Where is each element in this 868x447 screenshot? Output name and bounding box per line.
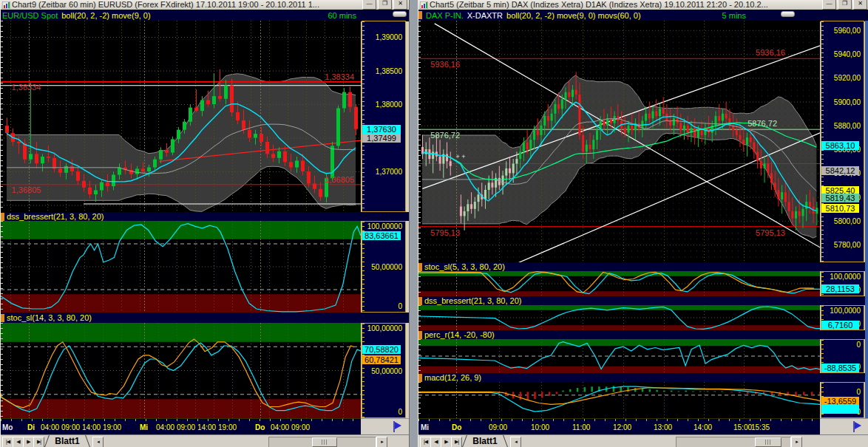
horizontal-scrollbar[interactable]: [268, 437, 376, 447]
panel-label: dss_bressert(21, 3, 80, 20): [424, 296, 521, 305]
header-scroll-thumb[interactable]: [781, 11, 795, 17]
value-box: 5863,10: [821, 141, 859, 150]
scale-label: 100,00000: [367, 324, 402, 332]
value-box: 5842,12: [821, 166, 859, 175]
time-label: 12:00: [613, 423, 631, 431]
nav-last-button[interactable]: ▶|: [33, 437, 44, 447]
time-label: 15:00: [733, 423, 752, 431]
axis-corner: [361, 418, 409, 435]
time-label: 19:00: [103, 423, 121, 431]
left-tick-ruler: [1, 21, 3, 212]
restore-button[interactable]: ❐: [378, 0, 392, 10]
scale-label: 5780,00: [834, 241, 861, 249]
left-tick-ruler: [1, 323, 3, 418]
value-box: 60,78421: [362, 355, 401, 364]
time-label: Do: [452, 423, 461, 431]
axis-corner: [820, 418, 868, 435]
time-ticks: [1, 419, 361, 421]
header-scroll-thumb[interactable]: [393, 11, 407, 17]
restore-button[interactable]: ❐: [838, 0, 852, 10]
price-scale[interactable]: 100,0000050,000000: [362, 323, 406, 418]
sheet-tab-label: Blatt1: [47, 435, 88, 447]
indicator-panel[interactable]: [1, 221, 361, 313]
price-line-label: 5795,13: [756, 228, 785, 237]
left-window: Chart9 (Zeitbar 60 min) EURUSD (Forex FX…: [0, 0, 410, 447]
time-label: 09:00: [489, 423, 507, 431]
blue-pennant-icon[interactable]: [851, 420, 863, 434]
left-tick-ruler: [1, 221, 3, 313]
scale-label: 5940,00: [834, 50, 861, 58]
indicator-panel[interactable]: [418, 382, 820, 418]
scale-ticks: [362, 21, 365, 211]
sheet-tab-blatt1[interactable]: Blatt1: [464, 435, 506, 447]
time-ticks: [418, 419, 820, 421]
sheet-tab-blatt1[interactable]: Blatt1: [47, 435, 88, 447]
scale-label: 0: [398, 408, 402, 416]
window-titlebar[interactable]: Chart9 (Zeitbar 60 min) EURUSD (Forex FX…: [1, 0, 409, 10]
series-color-swatch: [418, 374, 422, 382]
scale-label: 0: [856, 341, 861, 349]
window-title: Chart9 (Zeitbar 60 min) EURUSD (Forex FX…: [1, 0, 362, 10]
nav-prev-button[interactable]: ◀: [430, 437, 441, 447]
scale-label: 1,37000: [376, 168, 402, 176]
indicator-panel[interactable]: [418, 271, 820, 296]
scale-label: 0: [398, 302, 402, 310]
scrollbar-thumb[interactable]: [312, 437, 337, 447]
time-axis[interactable]: MiDo09:0010:0011:0012:0013:0014:0015:001…: [418, 418, 820, 435]
panel-header: stoc_sl(5, 3, 3, 80, 20): [418, 262, 868, 271]
nav-next-button[interactable]: ▶: [441, 437, 452, 447]
indicator-params-label: boll(20, 2, -2) move(9, 0) movs(60, 0): [506, 11, 641, 20]
thumb-grip: [322, 440, 327, 445]
nav-prev-button[interactable]: ◀: [13, 437, 24, 447]
tab-scroll-left-button[interactable]: ◂: [92, 437, 104, 447]
panel-header: dss_bressert(21, 3, 80, 20): [418, 296, 868, 305]
panel-label: macd(12, 26, 9): [424, 373, 481, 382]
value-box: [821, 405, 859, 414]
timeframe-label: 5 mins: [722, 11, 746, 20]
window-titlebar[interactable]: Chart5 (Zeitbar 5 min) DAX (Indizes Xetr…: [418, 0, 868, 10]
price-line-label: 5936,16: [756, 48, 785, 57]
panel-header: macd(12, 26, 9): [418, 373, 868, 382]
scroll-right-button[interactable]: ▸: [376, 437, 387, 447]
panel-header: perc_r(14, -20, -80): [418, 330, 868, 339]
price-scale[interactable]: 1,390001,385001,380001,37000: [362, 21, 406, 212]
nav-first-button[interactable]: |◀: [420, 437, 431, 447]
indicator-panel[interactable]: [418, 339, 820, 373]
time-axis[interactable]: MoDi04:0009:0014:0019:00Mi04:0009:0014:0…: [1, 418, 361, 435]
price-line-label: 5876,72: [430, 131, 460, 140]
scale-label: 50,00000: [371, 263, 402, 271]
blue-pennant-icon[interactable]: [391, 420, 403, 434]
close-button[interactable]: ✕: [393, 0, 407, 10]
nav-last-button[interactable]: ▶|: [451, 437, 462, 447]
series-color-swatch: [418, 297, 422, 305]
value-box: 1,37499: [362, 134, 401, 143]
indicator-panel[interactable]: [418, 305, 820, 330]
scale-ticks: [362, 324, 365, 417]
minimize-button[interactable]: —: [822, 0, 836, 10]
nav-first-button[interactable]: |◀: [2, 437, 13, 447]
price-chart[interactable]: 1,383341,383341,368051,36805: [1, 21, 361, 212]
symbol-label: EUR/USD Spot: [2, 11, 58, 20]
scale-label: 50,00000: [371, 367, 402, 375]
left-tick-ruler: [418, 305, 421, 330]
series-color-swatch: [418, 11, 422, 19]
panel-header: dss_bressert(21, 3, 80, 20): [1, 212, 409, 221]
panel-header: stoc_sl(14, 3, 3, 80, 20): [1, 313, 409, 323]
indicator-panel[interactable]: [1, 323, 361, 418]
scroll-right-button[interactable]: ▸: [791, 437, 802, 447]
minimize-button[interactable]: —: [362, 0, 376, 10]
time-label: 04:00: [156, 423, 174, 431]
nav-next-button[interactable]: ▶: [23, 437, 34, 447]
horizontal-scrollbar[interactable]: [676, 437, 791, 447]
price-chart[interactable]: 5936,165936,165876,725876,725795,135795,…: [418, 21, 820, 262]
scrollbar-thumb[interactable]: [755, 437, 781, 447]
symbol2-label: X-DAXTR: [467, 11, 503, 20]
close-button[interactable]: ✕: [853, 0, 867, 10]
indicator-params-label: boll(20, 2, -2) move(9, 0): [61, 11, 150, 20]
timeframe-label: 60 mins: [328, 11, 356, 20]
scale-label: 1,39000: [376, 33, 402, 41]
tab-scroll-left-button[interactable]: ◂: [510, 437, 521, 447]
sheet-tab-label: Blatt1: [464, 435, 506, 447]
time-label: 04:00: [271, 423, 289, 431]
price-line-label: 1,36805: [325, 175, 354, 184]
